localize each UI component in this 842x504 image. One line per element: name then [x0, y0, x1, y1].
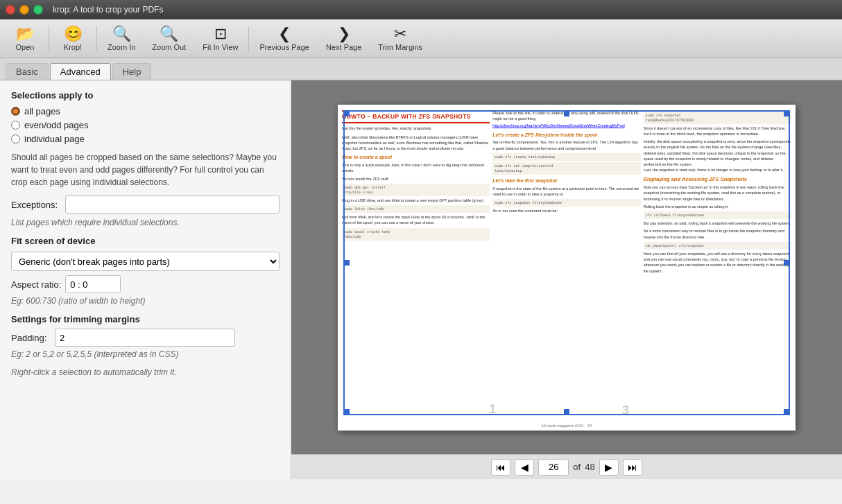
radio-all-pages-input[interactable]: [11, 107, 20, 116]
aspect-ratio-label: Aspect ratio:: [11, 279, 61, 290]
radio-even-odd-input[interactable]: [11, 121, 20, 130]
pdf-col-3: sudo zfs snapshottank@backup201707581030…: [644, 110, 791, 425]
toolbar: 📂 Open 😊 Krop! 🔍 Zoom In 🔍 Zoom Out ⊡ Fi…: [0, 19, 842, 58]
radio-even-odd[interactable]: even/odd pages: [11, 120, 280, 130]
selections-title: Selections apply to: [11, 90, 280, 101]
fit-in-view-button[interactable]: ⊡ Fit In View: [195, 22, 246, 55]
open-icon: 📂: [16, 26, 35, 42]
krop-button[interactable]: 😊 Krop!: [52, 22, 94, 55]
previous-page-button[interactable]: ❮ Previous Page: [252, 22, 317, 55]
column-number-2: 3: [622, 403, 629, 418]
padding-label: Padding:: [11, 333, 49, 343]
previous-page-icon: ❮: [278, 26, 291, 42]
krop-label: Krop!: [64, 43, 82, 51]
tab-help[interactable]: Help: [112, 63, 152, 80]
fit-screen-select[interactable]: Generic (don't break pages into parts): [11, 252, 280, 271]
main-layout: Selections apply to all pages even/odd p…: [0, 80, 842, 479]
krop-icon: 😊: [64, 26, 83, 42]
trim-margins-label: Trim Margins: [378, 43, 422, 51]
page-footer: full circle magazine #124 24: [338, 424, 796, 428]
right-click-hint: Right-click a selection to automatically…: [11, 367, 280, 377]
column-number-1: 1: [489, 402, 496, 417]
last-page-button[interactable]: ⏭: [623, 459, 642, 476]
aspect-ratio-input[interactable]: [65, 275, 121, 293]
zoom-in-icon: 🔍: [112, 26, 131, 42]
tab-basic[interactable]: Basic: [6, 63, 49, 80]
exceptions-hint: List pages which require individual sele…: [11, 218, 280, 227]
next-page-button[interactable]: ❯ Next Page: [318, 22, 369, 55]
trim-margins-button[interactable]: ✂ Trim Margins: [370, 22, 430, 55]
first-page-button[interactable]: ⏮: [491, 459, 510, 476]
previous-page-label: Previous Page: [259, 43, 309, 51]
tab-advanced[interactable]: Advanced: [50, 63, 111, 80]
prev-page-button[interactable]: ◀: [515, 459, 534, 476]
total-pages: 48: [585, 462, 594, 472]
zoom-out-label: Zoom Out: [152, 43, 186, 51]
trim-section-title: Settings for trimming margins: [11, 314, 280, 324]
fit-in-view-label: Fit In View: [203, 43, 238, 51]
radio-individual[interactable]: individual page: [11, 134, 280, 144]
padding-hint: Eg: 2 or 5,2 or 5,2,5,5 (interpreted as …: [11, 349, 280, 359]
next-page-icon: ❯: [338, 26, 350, 42]
navigation-bar: ⏮ ◀ of 48 ▶ ⏭: [291, 454, 842, 479]
exceptions-label: Exceptions:: [11, 200, 60, 210]
radio-group: all pages even/odd pages individual page: [11, 106, 280, 144]
fit-screen-title: Fit screen of device: [11, 236, 280, 246]
pdf-content-area: HOWTO – BACKUP WITH ZFS SNAPSHOTS that t…: [291, 80, 842, 479]
tab-bar: Basic Advanced Help: [0, 58, 842, 80]
sidebar: Selections apply to all pages even/odd p…: [0, 80, 291, 479]
exceptions-row: Exceptions:: [11, 195, 280, 214]
zoom-out-icon: 🔍: [160, 26, 178, 42]
trim-margins-icon: ✂: [394, 26, 406, 42]
zoom-out-button[interactable]: 🔍 Zoom Out: [144, 22, 194, 55]
zoom-in-label: Zoom In: [108, 43, 135, 51]
current-page-input[interactable]: [538, 459, 569, 476]
toolbar-separator-1: [49, 26, 49, 51]
selection-description: Should all pages be cropped based on the…: [11, 151, 280, 189]
pdf-title: HOWTO – BACKUP WITH ZFS SNAPSHOTS: [342, 110, 490, 124]
toolbar-separator-2: [96, 26, 97, 51]
pdf-viewer[interactable]: HOWTO – BACKUP WITH ZFS SNAPSHOTS that t…: [291, 80, 842, 454]
next-page-label: Next Page: [326, 43, 361, 51]
aspect-ratio-hint: Eg: 600:730 (ratio of width to height): [11, 296, 280, 306]
toolbar-separator-3: [248, 26, 249, 51]
pdf-page: HOWTO – BACKUP WITH ZFS SNAPSHOTS that t…: [338, 105, 796, 431]
padding-input[interactable]: [55, 329, 235, 347]
open-label: Open: [16, 43, 35, 51]
aspect-ratio-row: Aspect ratio:: [11, 275, 280, 293]
radio-all-pages[interactable]: all pages: [11, 106, 280, 116]
radio-individual-input[interactable]: [11, 134, 20, 144]
pdf-heading-zpool: How to create a zpool: [342, 154, 490, 161]
pdf-col-2: Please look at this link, in order to un…: [492, 110, 640, 425]
open-button[interactable]: 📂 Open: [4, 22, 46, 55]
padding-row: Padding:: [11, 329, 280, 347]
close-button[interactable]: [6, 5, 15, 15]
pdf-col-1: HOWTO – BACKUP WITH ZFS SNAPSHOTS that t…: [342, 110, 490, 425]
minimize-button[interactable]: [19, 5, 29, 15]
next-page-button[interactable]: ▶: [599, 459, 619, 476]
zoom-in-button[interactable]: 🔍 Zoom In: [100, 22, 143, 55]
pdf-content: HOWTO – BACKUP WITH ZFS SNAPSHOTS that t…: [338, 105, 796, 431]
window-title: krop: A tool to crop your PDFs: [53, 5, 163, 15]
exceptions-input[interactable]: [65, 195, 280, 214]
maximize-button[interactable]: [33, 5, 43, 15]
titlebar: krop: A tool to crop your PDFs: [0, 0, 842, 19]
page-of-label: of: [573, 462, 581, 472]
fit-in-view-icon: ⊡: [214, 26, 227, 42]
